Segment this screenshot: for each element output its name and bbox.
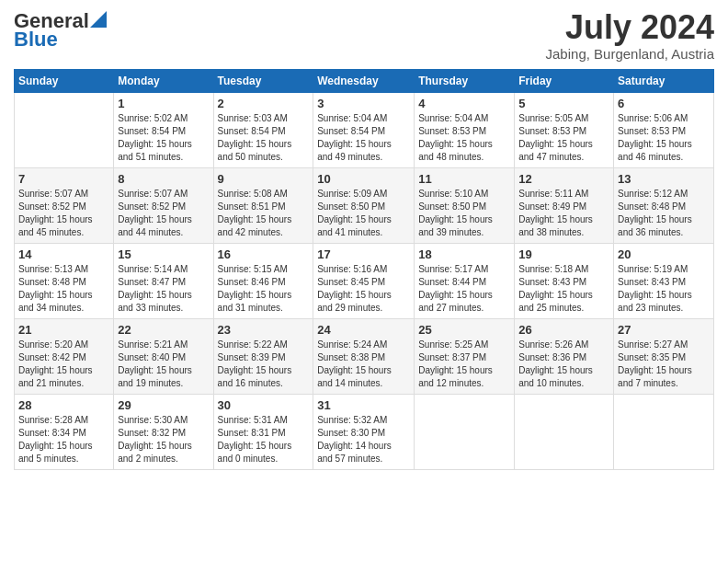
day-info-16: Sunrise: 5:15 AM Sunset: 8:46 PM Dayligh… <box>218 263 310 315</box>
day-number-27: 27 <box>618 323 710 337</box>
logo: General Blue <box>14 9 107 52</box>
day-info-23: Sunrise: 5:22 AM Sunset: 8:39 PM Dayligh… <box>218 339 310 390</box>
day-number-22: 22 <box>118 323 209 337</box>
day-number-13: 13 <box>618 172 710 186</box>
calendar-cell-w4-d3: 24Sunrise: 5:24 AM Sunset: 8:38 PM Dayli… <box>313 318 415 394</box>
day-number-18: 18 <box>418 247 510 261</box>
calendar-cell-w5-d4 <box>415 394 515 469</box>
calendar-cell-w2-d3: 10Sunrise: 5:09 AM Sunset: 8:50 PM Dayli… <box>313 167 415 243</box>
day-info-17: Sunrise: 5:16 AM Sunset: 8:45 PM Dayligh… <box>317 263 410 315</box>
calendar-cell-w3-d2: 16Sunrise: 5:15 AM Sunset: 8:46 PM Dayli… <box>213 243 313 318</box>
day-number-23: 23 <box>218 323 310 337</box>
day-info-13: Sunrise: 5:12 AM Sunset: 8:48 PM Dayligh… <box>618 188 710 239</box>
calendar-cell-w5-d5 <box>515 394 614 469</box>
location: Jabing, Burgenland, Austria <box>546 46 714 62</box>
day-info-5: Sunrise: 5:05 AM Sunset: 8:53 PM Dayligh… <box>518 112 609 164</box>
calendar-cell-w4-d2: 23Sunrise: 5:22 AM Sunset: 8:39 PM Dayli… <box>213 318 313 394</box>
day-number-6: 6 <box>618 97 710 110</box>
calendar-week-5: 28Sunrise: 5:28 AM Sunset: 8:34 PM Dayli… <box>15 394 714 469</box>
month-year: July 2024 <box>546 9 714 46</box>
day-number-17: 17 <box>317 247 410 261</box>
calendar-cell-w4-d4: 25Sunrise: 5:25 AM Sunset: 8:37 PM Dayli… <box>415 318 515 394</box>
day-info-18: Sunrise: 5:17 AM Sunset: 8:44 PM Dayligh… <box>418 263 510 315</box>
calendar-cell-w2-d5: 12Sunrise: 5:11 AM Sunset: 8:49 PM Dayli… <box>515 167 614 243</box>
calendar-cell-w2-d6: 13Sunrise: 5:12 AM Sunset: 8:48 PM Dayli… <box>614 167 714 243</box>
calendar-cell-w3-d5: 19Sunrise: 5:18 AM Sunset: 8:43 PM Dayli… <box>515 243 614 318</box>
day-number-16: 16 <box>218 247 310 261</box>
calendar-cell-w1-d6: 6Sunrise: 5:06 AM Sunset: 8:53 PM Daylig… <box>614 92 714 167</box>
day-info-12: Sunrise: 5:11 AM Sunset: 8:49 PM Dayligh… <box>518 188 609 239</box>
calendar-cell-w5-d1: 29Sunrise: 5:30 AM Sunset: 8:32 PM Dayli… <box>114 394 213 469</box>
logo-text-blue: Blue <box>14 28 58 52</box>
day-info-11: Sunrise: 5:10 AM Sunset: 8:50 PM Dayligh… <box>418 188 510 239</box>
header-tuesday: Tuesday <box>213 69 313 92</box>
day-number-11: 11 <box>418 172 510 186</box>
day-info-20: Sunrise: 5:19 AM Sunset: 8:43 PM Dayligh… <box>618 263 710 315</box>
day-info-26: Sunrise: 5:26 AM Sunset: 8:36 PM Dayligh… <box>518 339 609 390</box>
day-info-7: Sunrise: 5:07 AM Sunset: 8:52 PM Dayligh… <box>18 188 109 239</box>
day-info-2: Sunrise: 5:03 AM Sunset: 8:54 PM Dayligh… <box>218 112 310 164</box>
day-number-7: 7 <box>18 172 109 186</box>
calendar-cell-w4-d0: 21Sunrise: 5:20 AM Sunset: 8:42 PM Dayli… <box>15 318 114 394</box>
day-info-9: Sunrise: 5:08 AM Sunset: 8:51 PM Dayligh… <box>218 188 310 239</box>
day-number-5: 5 <box>518 97 609 110</box>
day-number-26: 26 <box>518 323 609 337</box>
calendar-cell-w1-d0 <box>15 92 114 167</box>
calendar-header-row: Sunday Monday Tuesday Wednesday Thursday… <box>15 69 714 92</box>
day-info-3: Sunrise: 5:04 AM Sunset: 8:54 PM Dayligh… <box>317 112 410 164</box>
calendar-cell-w3-d6: 20Sunrise: 5:19 AM Sunset: 8:43 PM Dayli… <box>614 243 714 318</box>
day-info-15: Sunrise: 5:14 AM Sunset: 8:47 PM Dayligh… <box>118 263 209 315</box>
day-number-2: 2 <box>218 97 310 110</box>
calendar-week-3: 14Sunrise: 5:13 AM Sunset: 8:48 PM Dayli… <box>15 243 714 318</box>
day-info-30: Sunrise: 5:31 AM Sunset: 8:31 PM Dayligh… <box>218 414 310 465</box>
day-info-6: Sunrise: 5:06 AM Sunset: 8:53 PM Dayligh… <box>618 112 710 164</box>
header-saturday: Saturday <box>614 69 714 92</box>
day-number-14: 14 <box>18 247 109 261</box>
day-number-31: 31 <box>317 398 410 412</box>
calendar-cell-w1-d3: 3Sunrise: 5:04 AM Sunset: 8:54 PM Daylig… <box>313 92 415 167</box>
day-info-24: Sunrise: 5:24 AM Sunset: 8:38 PM Dayligh… <box>317 339 410 390</box>
header-friday: Friday <box>515 69 614 92</box>
day-info-1: Sunrise: 5:02 AM Sunset: 8:54 PM Dayligh… <box>118 112 209 164</box>
calendar-cell-w5-d2: 30Sunrise: 5:31 AM Sunset: 8:31 PM Dayli… <box>213 394 313 469</box>
calendar-cell-w4-d6: 27Sunrise: 5:27 AM Sunset: 8:35 PM Dayli… <box>614 318 714 394</box>
day-info-14: Sunrise: 5:13 AM Sunset: 8:48 PM Dayligh… <box>18 263 109 315</box>
calendar-cell-w2-d1: 8Sunrise: 5:07 AM Sunset: 8:52 PM Daylig… <box>114 167 213 243</box>
day-number-25: 25 <box>418 323 510 337</box>
day-number-19: 19 <box>518 247 609 261</box>
day-number-28: 28 <box>18 398 109 412</box>
day-info-10: Sunrise: 5:09 AM Sunset: 8:50 PM Dayligh… <box>317 188 410 239</box>
day-info-8: Sunrise: 5:07 AM Sunset: 8:52 PM Dayligh… <box>118 188 209 239</box>
day-number-4: 4 <box>418 97 510 110</box>
day-number-3: 3 <box>317 97 410 110</box>
day-number-29: 29 <box>118 398 209 412</box>
calendar-cell-w4-d5: 26Sunrise: 5:26 AM Sunset: 8:36 PM Dayli… <box>515 318 614 394</box>
header-thursday: Thursday <box>415 69 515 92</box>
calendar-week-4: 21Sunrise: 5:20 AM Sunset: 8:42 PM Dayli… <box>15 318 714 394</box>
header-monday: Monday <box>114 69 213 92</box>
day-info-22: Sunrise: 5:21 AM Sunset: 8:40 PM Dayligh… <box>118 339 209 390</box>
day-info-28: Sunrise: 5:28 AM Sunset: 8:34 PM Dayligh… <box>18 414 109 465</box>
day-number-24: 24 <box>317 323 410 337</box>
logo-triangle-icon <box>90 11 107 28</box>
calendar-table: Sunday Monday Tuesday Wednesday Thursday… <box>14 69 714 470</box>
header-wednesday: Wednesday <box>313 69 415 92</box>
day-info-4: Sunrise: 5:04 AM Sunset: 8:53 PM Dayligh… <box>418 112 510 164</box>
calendar-cell-w2-d0: 7Sunrise: 5:07 AM Sunset: 8:52 PM Daylig… <box>15 167 114 243</box>
day-info-29: Sunrise: 5:30 AM Sunset: 8:32 PM Dayligh… <box>118 414 209 465</box>
header-sunday: Sunday <box>15 69 114 92</box>
day-info-25: Sunrise: 5:25 AM Sunset: 8:37 PM Dayligh… <box>418 339 510 390</box>
calendar-cell-w1-d2: 2Sunrise: 5:03 AM Sunset: 8:54 PM Daylig… <box>213 92 313 167</box>
day-number-12: 12 <box>518 172 609 186</box>
calendar-cell-w5-d6 <box>614 394 714 469</box>
calendar-cell-w3-d1: 15Sunrise: 5:14 AM Sunset: 8:47 PM Dayli… <box>114 243 213 318</box>
day-number-10: 10 <box>317 172 410 186</box>
calendar-cell-w5-d0: 28Sunrise: 5:28 AM Sunset: 8:34 PM Dayli… <box>15 394 114 469</box>
day-number-20: 20 <box>618 247 710 261</box>
header: General Blue July 2024 Jabing, Burgenlan… <box>14 9 714 62</box>
calendar-cell-w3-d3: 17Sunrise: 5:16 AM Sunset: 8:45 PM Dayli… <box>313 243 415 318</box>
calendar-cell-w3-d0: 14Sunrise: 5:13 AM Sunset: 8:48 PM Dayli… <box>15 243 114 318</box>
calendar-cell-w3-d4: 18Sunrise: 5:17 AM Sunset: 8:44 PM Dayli… <box>415 243 515 318</box>
day-number-15: 15 <box>118 247 209 261</box>
day-number-8: 8 <box>118 172 209 186</box>
